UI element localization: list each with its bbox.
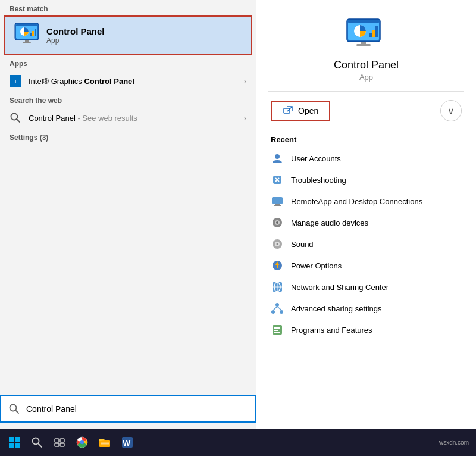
task-view-button[interactable] <box>50 433 69 452</box>
intel-icon: i <box>10 75 21 87</box>
web-result-item[interactable]: Control Panel - See web results › <box>0 107 256 129</box>
svg-rect-53 <box>9 437 14 442</box>
svg-rect-8 <box>23 42 31 43</box>
open-icon <box>283 105 293 116</box>
svg-point-44 <box>275 303 279 307</box>
recent-item-icon <box>271 173 284 186</box>
svg-rect-17 <box>369 33 372 37</box>
search-icon <box>8 403 20 415</box>
svg-rect-20 <box>361 42 366 44</box>
file-explorer-button[interactable] <box>95 433 114 452</box>
svg-point-33 <box>276 221 278 224</box>
best-match-section-label: Best match <box>0 0 256 15</box>
svg-line-47 <box>273 307 277 310</box>
svg-rect-30 <box>274 205 281 206</box>
windows-start-button[interactable] <box>5 433 24 452</box>
recent-item[interactable]: Troubleshooting <box>256 169 476 190</box>
open-button[interactable]: Open <box>271 101 330 121</box>
svg-rect-22 <box>284 108 290 113</box>
recent-item-icon <box>271 259 284 272</box>
search-bar[interactable]: Control Panel <box>0 395 256 423</box>
svg-rect-51 <box>274 330 278 331</box>
expand-button[interactable]: ∨ <box>440 100 462 121</box>
svg-rect-56 <box>15 443 20 448</box>
recent-item-label: Manage audio devices <box>291 218 368 227</box>
right-app-type: App <box>359 73 373 82</box>
svg-point-65 <box>80 441 84 444</box>
svg-point-45 <box>271 310 275 314</box>
right-control-panel-icon <box>346 18 387 51</box>
svg-point-36 <box>277 243 278 245</box>
svg-rect-67 <box>101 442 109 443</box>
svg-rect-18 <box>372 30 375 37</box>
best-match-subtitle: App <box>46 36 105 45</box>
svg-rect-61 <box>55 443 59 446</box>
svg-rect-29 <box>275 204 280 205</box>
svg-rect-21 <box>356 44 371 46</box>
recent-item-label: Network and Sharing Center <box>291 283 389 292</box>
open-window-icon <box>283 106 293 115</box>
svg-rect-2 <box>16 24 37 26</box>
taskbar-search-icon[interactable] <box>27 433 46 452</box>
right-cp-svg <box>346 18 387 51</box>
svg-line-12 <box>15 410 18 413</box>
recent-label: Recent <box>256 130 476 148</box>
svg-rect-6 <box>35 29 36 36</box>
recent-item[interactable]: Power Options <box>256 255 476 276</box>
svg-rect-28 <box>272 197 283 204</box>
recent-item-label: Sound <box>291 240 314 249</box>
watermark-text: wsxdn.com <box>439 439 471 446</box>
chrome-icon <box>76 436 89 449</box>
svg-line-58 <box>38 443 42 447</box>
open-button-row: Open ∨ <box>256 92 476 130</box>
right-panel: Control Panel App Open ∨ Recent <box>256 0 476 429</box>
recent-item-icon <box>271 216 284 229</box>
search-web-icon <box>10 112 21 124</box>
intel-app-label: Intel® Graphics Control Panel <box>29 77 243 86</box>
svg-rect-5 <box>32 31 34 36</box>
web-result-suffix: - See web results <box>76 114 137 123</box>
recent-item-icon <box>271 302 284 315</box>
svg-rect-15 <box>348 20 379 23</box>
svg-rect-62 <box>60 443 64 446</box>
word-button[interactable]: W <box>118 433 137 452</box>
svg-rect-39 <box>277 265 278 268</box>
recent-item[interactable]: Manage audio devices <box>256 212 476 233</box>
chrome-button[interactable] <box>73 433 92 452</box>
recent-items-list: User Accounts Troubleshooting RemoteApp … <box>256 148 476 341</box>
taskbar-magnifier-icon <box>31 436 43 448</box>
chevron-down-icon: ∨ <box>447 105 455 117</box>
svg-rect-4 <box>30 33 32 36</box>
open-label: Open <box>298 106 318 115</box>
recent-item-label: Advanced sharing settings <box>291 304 381 313</box>
svg-point-46 <box>280 310 283 314</box>
recent-item[interactable]: Programs and Features <box>256 319 476 341</box>
recent-item[interactable]: Advanced sharing settings <box>256 298 476 319</box>
recent-item-icon <box>271 195 284 208</box>
recent-item[interactable]: RemoteApp and Desktop Connections <box>256 190 476 212</box>
recent-item[interactable]: User Accounts <box>256 148 476 169</box>
word-icon: W <box>121 436 134 449</box>
settings-section-label: Settings (3) <box>0 129 256 144</box>
right-app-name: Control Panel <box>334 59 399 71</box>
best-match-item[interactable]: Control Panel App <box>4 15 252 55</box>
svg-line-48 <box>277 307 281 310</box>
apps-section-label: Apps <box>0 55 256 70</box>
recent-item-label: Power Options <box>291 261 342 270</box>
recent-item[interactable]: Network and Sharing Center <box>256 276 476 298</box>
svg-rect-50 <box>274 327 280 329</box>
recent-item-icon <box>271 238 284 251</box>
recent-item-label: Troubleshooting <box>291 176 346 185</box>
recent-item-icon <box>271 323 284 336</box>
svg-rect-55 <box>9 443 14 448</box>
recent-item[interactable]: Sound <box>256 233 476 255</box>
web-chevron-icon: › <box>243 113 246 123</box>
intel-app-item[interactable]: i Intel® Graphics Control Panel › <box>0 70 256 92</box>
taskbar: W wsxdn.com <box>0 429 476 456</box>
windows-icon <box>8 436 20 448</box>
right-header: Control Panel App <box>256 0 476 91</box>
best-match-title: Control Panel <box>46 26 105 36</box>
recent-item-icon <box>271 280 284 293</box>
search-input-value[interactable]: Control Panel <box>26 404 77 414</box>
svg-point-24 <box>275 154 280 159</box>
